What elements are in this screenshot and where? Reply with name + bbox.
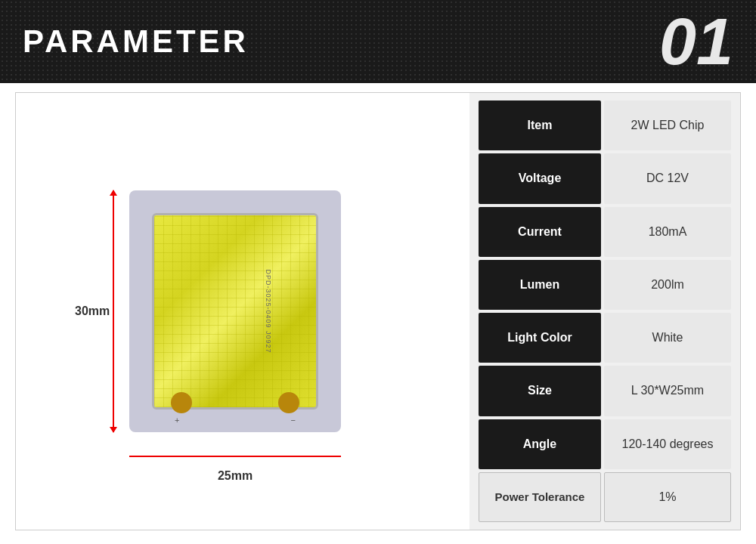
- main-content: 30mm DPD-3025-0409 J0927 + − 25mm Item2W…: [15, 92, 741, 530]
- vertical-arrow-top: [113, 190, 114, 311]
- spec-label-power-tolerance: Power Tolerance: [479, 472, 601, 522]
- product-image-panel: 30mm DPD-3025-0409 J0927 + − 25mm: [16, 93, 469, 530]
- spec-label-item: Item: [479, 100, 601, 150]
- spec-value-angle: 120-140 degrees: [604, 419, 731, 469]
- header-number: 01: [659, 8, 733, 75]
- chip-text: DPD-3025-0409 J0927: [264, 269, 271, 353]
- spec-row-light-color: Light ColorWhite: [479, 313, 731, 363]
- spec-value-item: 2W LED Chip: [604, 100, 731, 150]
- spec-label-lumen: Lumen: [479, 260, 601, 310]
- header-section: PARAMETER 01: [0, 0, 756, 83]
- spec-label-angle: Angle: [479, 419, 601, 469]
- spec-label-size: Size: [479, 366, 601, 416]
- led-chip-image: DPD-3025-0409 J0927 + −: [129, 190, 341, 432]
- vertical-label: 30mm: [75, 304, 110, 318]
- spec-row-item: Item2W LED Chip: [479, 100, 731, 150]
- product-image-container: 30mm DPD-3025-0409 J0927 + − 25mm: [107, 153, 379, 470]
- spec-value-light-color: White: [604, 313, 731, 363]
- spec-value-current: 180mA: [604, 207, 731, 257]
- spec-value-lumen: 200lm: [604, 260, 731, 310]
- spec-row-lumen: Lumen200lm: [479, 260, 731, 310]
- horizontal-dimension: 25mm: [129, 449, 341, 464]
- spec-row-voltage: VoltageDC 12V: [479, 153, 731, 203]
- horizontal-label: 25mm: [218, 469, 253, 483]
- spec-row-current: Current180mA: [479, 207, 731, 257]
- header-title: PARAMETER: [23, 23, 249, 60]
- specs-panel: Item2W LED ChipVoltageDC 12VCurrent180mA…: [469, 93, 740, 530]
- vertical-dimension: 30mm: [113, 190, 114, 432]
- spec-value-power-tolerance: 1%: [604, 472, 731, 522]
- pad-right: [278, 392, 299, 413]
- spec-label-light-color: Light Color: [479, 313, 601, 363]
- spec-value-size: L 30*W25mm: [604, 366, 731, 416]
- spec-row-size: SizeL 30*W25mm: [479, 366, 731, 416]
- spec-row-angle: Angle120-140 degrees: [479, 419, 731, 469]
- spec-row-power-tolerance: Power Tolerance1%: [479, 472, 731, 522]
- spec-label-voltage: Voltage: [479, 153, 601, 203]
- spec-label-current: Current: [479, 207, 601, 257]
- horizontal-arrow-line: [129, 456, 341, 457]
- led-emitter: DPD-3025-0409 J0927: [152, 213, 318, 410]
- spec-value-voltage: DC 12V: [604, 153, 731, 203]
- vertical-arrow-bottom: [113, 311, 114, 432]
- pad-plus-label: +: [175, 416, 179, 425]
- pad-left: [171, 392, 192, 413]
- pad-minus-label: −: [291, 416, 296, 425]
